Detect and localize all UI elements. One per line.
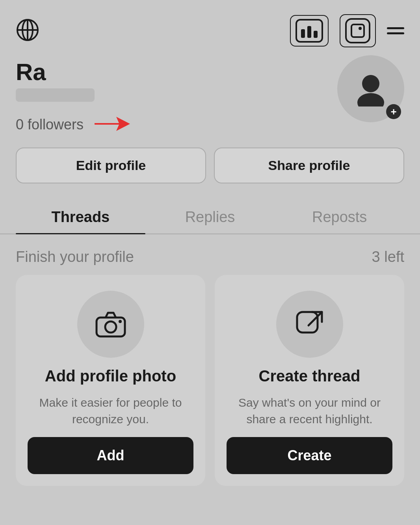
bar2 bbox=[307, 26, 311, 38]
instagram-icon bbox=[345, 18, 370, 43]
instagram-inner bbox=[351, 24, 365, 38]
svg-rect-10 bbox=[297, 312, 318, 333]
card-create-thread-desc: Say what's on your mind or share a recen… bbox=[227, 394, 392, 428]
finish-profile-header: Finish your profile 3 left bbox=[0, 234, 420, 275]
finish-profile-label: Finish your profile bbox=[16, 248, 134, 265]
share-icon-circle bbox=[276, 291, 343, 358]
barchart-button[interactable] bbox=[290, 15, 329, 47]
svg-point-6 bbox=[357, 93, 384, 106]
action-buttons: Edit profile Share profile bbox=[0, 133, 420, 183]
hamburger-line2 bbox=[387, 32, 404, 34]
hamburger-menu[interactable] bbox=[387, 27, 404, 34]
card-create-thread: Create thread Say what's on your mind or… bbox=[215, 275, 404, 486]
create-thread-button[interactable]: Create bbox=[227, 437, 392, 474]
card-add-photo-desc: Make it easier for people to recognize y… bbox=[28, 394, 193, 428]
profile-section: Ra 0 followers + bbox=[0, 55, 420, 133]
hamburger-line1 bbox=[387, 27, 404, 29]
card-add-photo-title: Add profile photo bbox=[45, 367, 176, 385]
top-nav bbox=[0, 0, 420, 55]
nav-right bbox=[290, 14, 404, 47]
bar3 bbox=[314, 31, 318, 38]
svg-point-8 bbox=[105, 321, 116, 333]
followers-count[interactable]: 0 followers bbox=[16, 116, 84, 133]
followers-row: 0 followers bbox=[16, 116, 337, 133]
svg-marker-4 bbox=[95, 117, 130, 131]
tab-replies[interactable]: Replies bbox=[145, 201, 275, 234]
card-create-thread-title: Create thread bbox=[259, 367, 361, 385]
bar1 bbox=[301, 29, 305, 38]
instagram-dot bbox=[359, 27, 362, 30]
tab-threads[interactable]: Threads bbox=[16, 201, 145, 234]
barchart-icon bbox=[295, 19, 323, 43]
nav-left bbox=[16, 18, 39, 43]
red-arrow-icon bbox=[95, 116, 130, 133]
profile-info: Ra 0 followers bbox=[16, 59, 337, 133]
app-container: Ra 0 followers + Edit profile Share prof… bbox=[0, 0, 420, 525]
avatar-plus-icon: + bbox=[386, 104, 401, 119]
profile-avatar[interactable]: + bbox=[337, 55, 404, 122]
tab-reposts[interactable]: Reposts bbox=[275, 201, 404, 234]
finish-profile-count: 3 left bbox=[372, 248, 404, 265]
profile-name: Ra bbox=[16, 59, 337, 85]
instagram-button[interactable] bbox=[340, 14, 376, 47]
edit-profile-button[interactable]: Edit profile bbox=[16, 148, 206, 183]
profile-username bbox=[16, 88, 95, 102]
globe-icon[interactable] bbox=[16, 18, 39, 43]
cards-container: Add profile photo Make it easier for peo… bbox=[0, 275, 420, 502]
tabs-container: Threads Replies Reposts bbox=[0, 201, 420, 234]
camera-icon bbox=[95, 310, 126, 338]
camera-icon-circle bbox=[77, 291, 144, 358]
create-thread-icon bbox=[295, 310, 324, 339]
card-add-photo: Add profile photo Make it easier for peo… bbox=[16, 275, 205, 486]
add-photo-button[interactable]: Add bbox=[28, 437, 193, 474]
svg-point-5 bbox=[362, 75, 379, 92]
avatar-icon bbox=[353, 71, 388, 106]
svg-point-9 bbox=[119, 320, 122, 323]
share-profile-button[interactable]: Share profile bbox=[214, 148, 404, 183]
